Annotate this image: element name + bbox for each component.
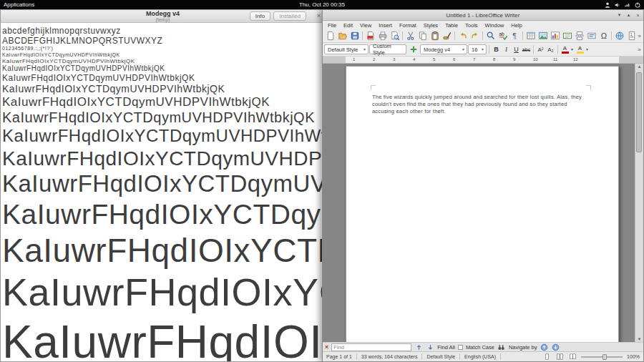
toolbar-export-pdf-button[interactable] — [364, 30, 376, 42]
system-tray — [603, 1, 644, 9]
toolbar-save-button[interactable] — [348, 30, 361, 42]
toolbar-special-character-button[interactable]: Ω — [597, 30, 610, 42]
font-size-combo[interactable]: 16 ▼ — [468, 44, 487, 54]
single-page-view-button[interactable] — [542, 353, 551, 361]
toolbar-cut-button[interactable] — [404, 30, 416, 42]
page[interactable]: The five wizards quickly jumped around a… — [346, 66, 619, 342]
toolbar-insert-chart-button[interactable] — [549, 30, 561, 42]
strikethrough-button[interactable]: abc — [522, 47, 531, 52]
find-input[interactable] — [331, 343, 411, 351]
close-icon[interactable]: × — [635, 13, 641, 18]
ruler[interactable]: 123456789101112 — [323, 57, 643, 64]
toolbar-new-document-button[interactable] — [324, 30, 336, 42]
maximize-icon[interactable]: ▴ — [625, 12, 632, 18]
match-case-checkbox[interactable] — [458, 345, 463, 350]
highlight-color-button[interactable]: A — [575, 46, 585, 54]
text-boundary-corner — [371, 85, 376, 90]
ruler-number: 10 — [533, 57, 538, 62]
scroll-up-icon[interactable]: ▲ — [635, 64, 643, 69]
highlight-swatch — [577, 52, 584, 54]
zoom-slider[interactable] — [581, 356, 623, 358]
menu-file[interactable]: File — [324, 22, 340, 29]
font-color-dropdown-icon[interactable]: ▼ — [570, 47, 575, 52]
toolbar-insert-textbox-button[interactable] — [561, 30, 573, 42]
bold-button[interactable]: B — [492, 46, 501, 53]
toolbar-print-button[interactable] — [376, 30, 389, 42]
waterfall-line-64px: KaIuwrFHqdIOIxYCTDqymUVHDPVIhWtbkjQK — [2, 315, 323, 361]
zoom-slider-thumb[interactable] — [602, 354, 607, 360]
paragraph-style-combo[interactable]: Default Style ▼ — [324, 44, 369, 54]
toolbar-overflow-button[interactable]: » — [636, 29, 643, 42]
page-count[interactable]: Page 1 of 1 — [326, 354, 352, 359]
find-and-replace-icon[interactable] — [497, 343, 506, 351]
underline-button[interactable]: U — [512, 46, 521, 53]
multi-page-view-button[interactable] — [555, 353, 564, 361]
volume-icon[interactable] — [613, 1, 621, 9]
scrollbar-thumb[interactable] — [636, 72, 642, 152]
custom-style-combo[interactable]: Custom Style — [369, 44, 406, 54]
custom-style-value: Custom Style — [373, 43, 404, 56]
navigate-next-button[interactable] — [552, 343, 560, 351]
toolbar-print-preview-button[interactable] — [389, 30, 401, 42]
menu-insert[interactable]: Insert — [375, 22, 396, 29]
scroll-down-icon[interactable]: ▼ — [635, 337, 643, 341]
book-view-button[interactable] — [568, 353, 577, 361]
font-color-label: A — [563, 46, 567, 52]
find-all-button[interactable]: Find All — [437, 344, 455, 351]
menu-styles[interactable]: Styles — [420, 22, 441, 29]
vertical-scrollbar[interactable]: ▲ ▼ — [635, 64, 643, 342]
toolbar-paste-button[interactable] — [429, 30, 441, 42]
toolbar-find-replace-button[interactable] — [484, 30, 497, 42]
new-style-button[interactable] — [407, 44, 419, 56]
user-icon[interactable] — [603, 1, 611, 9]
applications-menu[interactable]: Applications — [0, 1, 34, 8]
font-color-button[interactable]: A — [560, 46, 570, 54]
info-button[interactable]: Info — [250, 11, 270, 21]
find-next-button[interactable] — [426, 343, 434, 351]
chevron-down-icon: ▼ — [479, 47, 484, 52]
toolbar-insert-table-button[interactable] — [525, 30, 537, 42]
menu-window[interactable]: Window — [482, 22, 508, 29]
font-viewer-headerbar[interactable]: Modegg v4 (temp) Info Installed × — [1, 10, 325, 23]
menu-format[interactable]: Format — [396, 22, 420, 29]
waterfall-line-33px: KaIuwrFHqdIOIxYCTDqymUVHDPVIhWtbkjQK — [2, 170, 323, 198]
navigate-previous-button[interactable] — [540, 343, 549, 351]
italic-button[interactable]: I — [502, 46, 511, 53]
network-icon[interactable] — [623, 1, 631, 9]
writer-titlebar[interactable]: Untitled 1 - LibreOffice Writer ▾ ▴ × — [323, 10, 643, 21]
menu-help[interactable]: Help — [507, 22, 525, 29]
toolbar-spelling-button[interactable]: ab — [497, 30, 509, 42]
toolbar-clone-formatting-button[interactable] — [441, 30, 453, 42]
text-language[interactable]: English (USA) — [464, 354, 496, 359]
zoom-level[interactable]: 100% — [627, 354, 640, 359]
page-style[interactable]: Default Style — [426, 354, 455, 359]
toolbar-open-button[interactable] — [336, 30, 348, 42]
toolbar-insert-field-button[interactable] — [585, 30, 597, 42]
formatting-overflow-button[interactable]: » — [636, 43, 643, 56]
subscript-button[interactable]: A₂ — [546, 47, 555, 53]
menu-view[interactable]: View — [356, 22, 375, 29]
minimize-icon[interactable]: ▾ — [616, 12, 623, 18]
find-close-icon[interactable]: × — [325, 344, 328, 351]
menu-edit[interactable]: Edit — [340, 22, 356, 29]
toolbar-insert-hyperlink-button[interactable] — [613, 30, 625, 42]
toolbar-copy-button[interactable] — [416, 30, 429, 42]
toolbar-redo-button[interactable] — [469, 30, 481, 42]
installed-button[interactable]: Installed — [273, 11, 306, 21]
font-viewer-close-icon[interactable]: × — [317, 12, 321, 19]
toolbar-formatting-marks-button[interactable]: ¶ — [509, 30, 521, 42]
waterfall-line-14px: KaIuwrFHqdIOIxYCTDqymUVHDPVIhWtbkjQK — [2, 83, 323, 95]
font-name-combo[interactable]: Modegg v4 ▼ — [420, 44, 467, 54]
toolbar-page-break-button[interactable] — [573, 30, 585, 42]
toolbar-undo-button[interactable] — [457, 30, 469, 42]
word-count[interactable]: 33 words, 164 characters — [361, 354, 418, 359]
toolbar-insert-image-button[interactable] — [537, 30, 549, 42]
power-icon[interactable] — [633, 1, 641, 9]
superscript-button[interactable]: A² — [536, 47, 545, 53]
clock[interactable]: Thu, Oct 20 00:35 — [299, 1, 345, 8]
menu-table[interactable]: Table — [441, 22, 462, 29]
highlight-dropdown-icon[interactable]: ▼ — [585, 47, 590, 52]
menu-tools[interactable]: Tools — [462, 22, 482, 29]
document-text[interactable]: The five wizards quickly jumped around a… — [372, 94, 588, 114]
find-previous-button[interactable] — [414, 343, 423, 351]
